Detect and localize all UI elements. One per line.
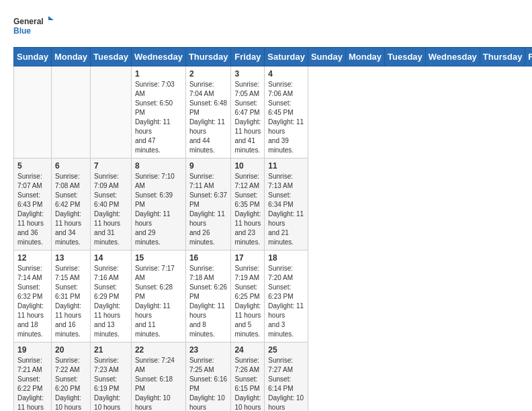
header-cell-saturday: Saturday [265,48,308,66]
day-info: Sunrise: 7:06 AM Sunset: 6:45 PM Dayligh… [268,80,304,155]
day-info: Sunrise: 7:22 AM Sunset: 6:20 PM Dayligh… [55,356,87,411]
day-cell: 25Sunrise: 7:27 AM Sunset: 6:14 PM Dayli… [265,342,308,412]
day-number: 18 [268,253,304,263]
logo: General Blue [13,13,54,40]
day-info: Sunrise: 7:17 AM Sunset: 6:28 PM Dayligh… [135,264,182,339]
col-header-thursday: Thursday [480,48,525,66]
day-info: Sunrise: 7:09 AM Sunset: 6:40 PM Dayligh… [94,172,128,247]
day-number: 9 [189,161,228,171]
col-header-tuesday: Tuesday [385,48,426,66]
day-info: Sunrise: 7:04 AM Sunset: 6:48 PM Dayligh… [189,80,228,155]
day-info: Sunrise: 7:07 AM Sunset: 6:43 PM Dayligh… [17,172,48,247]
day-cell: 8Sunrise: 7:10 AM Sunset: 6:39 PM Daylig… [131,158,185,250]
day-number: 13 [55,253,87,263]
day-number: 8 [135,161,182,171]
day-number: 7 [94,161,128,171]
header-cell-sunday: Sunday [14,48,52,66]
day-cell [91,66,132,158]
day-cell: 7Sunrise: 7:09 AM Sunset: 6:40 PM Daylig… [91,158,132,250]
day-cell: 16Sunrise: 7:18 AM Sunset: 6:26 PM Dayli… [185,250,231,342]
header: General Blue [13,13,519,40]
col-header-friday: Friday [525,48,532,66]
day-info: Sunrise: 7:27 AM Sunset: 6:14 PM Dayligh… [268,356,304,411]
day-cell: 24Sunrise: 7:26 AM Sunset: 6:15 PM Dayli… [231,342,265,412]
day-info: Sunrise: 7:18 AM Sunset: 6:26 PM Dayligh… [189,264,228,339]
day-number: 20 [55,345,87,355]
day-cell: 10Sunrise: 7:12 AM Sunset: 6:35 PM Dayli… [231,158,265,250]
day-number: 14 [94,253,128,263]
week-row-4: 19Sunrise: 7:21 AM Sunset: 6:22 PM Dayli… [14,342,533,412]
day-cell: 12Sunrise: 7:14 AM Sunset: 6:32 PM Dayli… [14,250,52,342]
day-info: Sunrise: 7:20 AM Sunset: 6:23 PM Dayligh… [268,264,304,339]
day-cell [51,66,90,158]
day-number: 15 [135,253,182,263]
day-number: 17 [234,253,261,263]
day-info: Sunrise: 7:10 AM Sunset: 6:39 PM Dayligh… [135,172,182,247]
day-info: Sunrise: 7:16 AM Sunset: 6:29 PM Dayligh… [94,264,128,339]
day-number: 1 [135,69,182,79]
day-info: Sunrise: 7:15 AM Sunset: 6:31 PM Dayligh… [55,264,87,339]
svg-marker-2 [48,16,54,20]
day-info: Sunrise: 7:05 AM Sunset: 6:47 PM Dayligh… [234,80,261,155]
svg-text:General: General [13,17,44,26]
day-cell: 2Sunrise: 7:04 AM Sunset: 6:48 PM Daylig… [185,66,231,158]
day-cell: 14Sunrise: 7:16 AM Sunset: 6:29 PM Dayli… [91,250,132,342]
calendar-body: 1Sunrise: 7:03 AM Sunset: 6:50 PM Daylig… [14,66,533,412]
svg-text:Blue: Blue [13,26,31,36]
day-cell: 20Sunrise: 7:22 AM Sunset: 6:20 PM Dayli… [51,342,90,412]
day-info: Sunrise: 7:25 AM Sunset: 6:16 PM Dayligh… [189,356,228,411]
day-number: 2 [189,69,228,79]
day-info: Sunrise: 7:13 AM Sunset: 6:34 PM Dayligh… [268,172,304,247]
day-info: Sunrise: 7:23 AM Sunset: 6:19 PM Dayligh… [94,356,128,411]
day-number: 16 [189,253,228,263]
header-row: SundayMondayTuesdayWednesdayThursdayFrid… [14,48,533,66]
day-number: 6 [55,161,87,171]
day-info: Sunrise: 7:03 AM Sunset: 6:50 PM Dayligh… [135,80,182,155]
day-cell: 13Sunrise: 7:15 AM Sunset: 6:31 PM Dayli… [51,250,90,342]
header-cell-tuesday: Tuesday [91,48,132,66]
header-cell-monday: Monday [51,48,90,66]
day-info: Sunrise: 7:21 AM Sunset: 6:22 PM Dayligh… [17,356,48,411]
header-cell-thursday: Thursday [185,48,231,66]
day-cell: 6Sunrise: 7:08 AM Sunset: 6:42 PM Daylig… [51,158,90,250]
day-info: Sunrise: 7:24 AM Sunset: 6:18 PM Dayligh… [135,356,182,411]
col-header-sunday: Sunday [308,48,345,66]
day-number: 24 [234,345,261,355]
day-info: Sunrise: 7:08 AM Sunset: 6:42 PM Dayligh… [55,172,87,247]
day-number: 10 [234,161,261,171]
day-number: 19 [17,345,48,355]
day-info: Sunrise: 7:11 AM Sunset: 6:37 PM Dayligh… [189,172,228,247]
day-number: 3 [234,69,261,79]
day-cell: 9Sunrise: 7:11 AM Sunset: 6:37 PM Daylig… [185,158,231,250]
day-cell: 18Sunrise: 7:20 AM Sunset: 6:23 PM Dayli… [265,250,308,342]
week-row-2: 5Sunrise: 7:07 AM Sunset: 6:43 PM Daylig… [14,158,533,250]
day-cell: 5Sunrise: 7:07 AM Sunset: 6:43 PM Daylig… [14,158,52,250]
day-cell: 21Sunrise: 7:23 AM Sunset: 6:19 PM Dayli… [91,342,132,412]
day-info: Sunrise: 7:12 AM Sunset: 6:35 PM Dayligh… [234,172,261,247]
week-row-3: 12Sunrise: 7:14 AM Sunset: 6:32 PM Dayli… [14,250,533,342]
calendar-header: SundayMondayTuesdayWednesdayThursdayFrid… [14,48,533,66]
header-cell-wednesday: Wednesday [131,48,185,66]
day-info: Sunrise: 7:26 AM Sunset: 6:15 PM Dayligh… [234,356,261,411]
week-row-1: 1Sunrise: 7:03 AM Sunset: 6:50 PM Daylig… [14,66,533,158]
day-cell: 1Sunrise: 7:03 AM Sunset: 6:50 PM Daylig… [131,66,185,158]
col-header-wednesday: Wednesday [425,48,480,66]
col-header-monday: Monday [345,48,384,66]
day-number: 5 [17,161,48,171]
logo-svg: General Blue [13,13,54,40]
day-cell: 4Sunrise: 7:06 AM Sunset: 6:45 PM Daylig… [265,66,308,158]
day-cell: 11Sunrise: 7:13 AM Sunset: 6:34 PM Dayli… [265,158,308,250]
day-number: 22 [135,345,182,355]
day-info: Sunrise: 7:14 AM Sunset: 6:32 PM Dayligh… [17,264,48,339]
day-cell: 15Sunrise: 7:17 AM Sunset: 6:28 PM Dayli… [131,250,185,342]
day-cell: 23Sunrise: 7:25 AM Sunset: 6:16 PM Dayli… [185,342,231,412]
calendar: SundayMondayTuesdayWednesdayThursdayFrid… [13,47,532,411]
day-number: 12 [17,253,48,263]
day-cell: 3Sunrise: 7:05 AM Sunset: 6:47 PM Daylig… [231,66,265,158]
day-cell: 19Sunrise: 7:21 AM Sunset: 6:22 PM Dayli… [14,342,52,412]
day-number: 4 [268,69,304,79]
day-number: 23 [189,345,228,355]
day-number: 11 [268,161,304,171]
day-cell: 17Sunrise: 7:19 AM Sunset: 6:25 PM Dayli… [231,250,265,342]
day-number: 21 [94,345,128,355]
